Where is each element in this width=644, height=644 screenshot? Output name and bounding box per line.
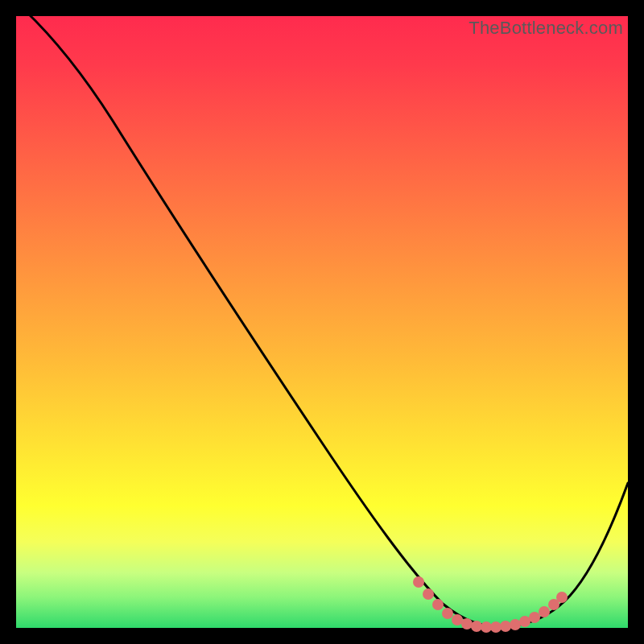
bottleneck-curve-path bbox=[24, 10, 628, 626]
optimal-dot bbox=[510, 619, 521, 630]
optimal-dot bbox=[461, 618, 473, 630]
optimal-dot bbox=[432, 599, 444, 610]
optimal-dot bbox=[452, 614, 463, 625]
optimal-dot bbox=[413, 576, 424, 588]
optimal-dot bbox=[481, 621, 492, 633]
optimal-dot bbox=[442, 608, 453, 619]
optimal-dot bbox=[423, 588, 434, 600]
optimal-dot bbox=[539, 606, 550, 617]
chart-svg bbox=[16, 16, 628, 628]
optimal-dot bbox=[500, 621, 511, 632]
optimal-dot bbox=[519, 616, 530, 627]
optimal-dot bbox=[529, 612, 540, 623]
optimal-dot bbox=[556, 592, 568, 603]
optimal-dot bbox=[471, 621, 482, 632]
chart-frame: TheBottleneck.com bbox=[16, 16, 628, 628]
optimal-band-dots bbox=[413, 576, 568, 633]
optimal-dot bbox=[490, 621, 502, 633]
